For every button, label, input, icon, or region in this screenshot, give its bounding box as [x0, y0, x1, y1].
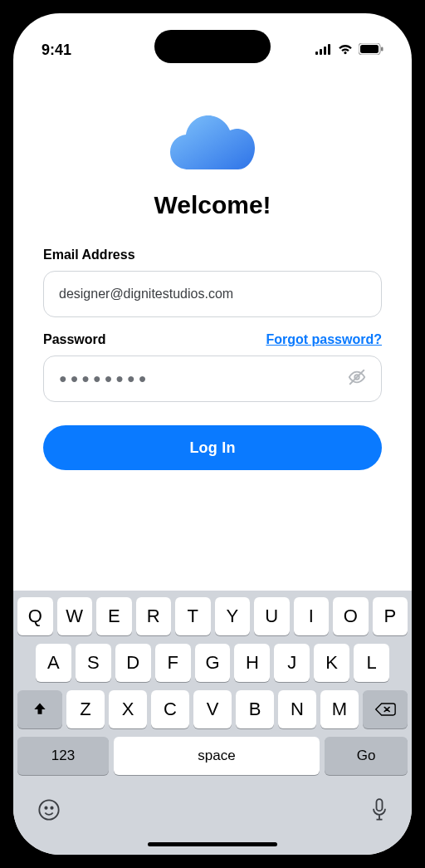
key-p[interactable]: P [373, 597, 408, 635]
key-b[interactable]: B [236, 690, 274, 728]
login-content: Welcome! Email Address designer@dignites… [13, 63, 412, 470]
email-label: Email Address [43, 248, 135, 262]
key-k[interactable]: K [314, 644, 349, 682]
svg-rect-0 [315, 51, 318, 55]
key-c[interactable]: C [151, 690, 189, 728]
password-label: Password [43, 332, 106, 347]
wifi-icon [337, 42, 354, 59]
status-time: 9:41 [42, 42, 71, 59]
cloud-icon [167, 111, 258, 173]
svg-rect-1 [320, 49, 322, 55]
email-field[interactable]: designer@dignitestudios.com [43, 271, 382, 317]
key-g[interactable]: G [195, 644, 231, 682]
space-key[interactable]: space [114, 737, 320, 775]
page-title: Welcome! [154, 191, 271, 219]
keyboard-row-3: ZXCVBNM [17, 690, 408, 728]
key-e[interactable]: E [96, 597, 132, 635]
svg-rect-5 [360, 45, 379, 53]
key-i[interactable]: I [294, 597, 330, 635]
key-m[interactable]: M [320, 690, 359, 728]
shift-key[interactable] [17, 690, 62, 728]
key-y[interactable]: Y [215, 597, 251, 635]
key-s[interactable]: S [76, 644, 111, 682]
home-indicator[interactable] [148, 842, 277, 846]
battery-icon [359, 42, 383, 59]
svg-point-11 [51, 807, 52, 809]
key-d[interactable]: D [115, 644, 151, 682]
svg-rect-12 [377, 799, 383, 811]
key-u[interactable]: U [254, 597, 290, 635]
phone-frame: 9:41 [0, 0, 425, 868]
svg-rect-3 [328, 44, 330, 55]
go-key[interactable]: Go [325, 737, 408, 775]
key-t[interactable]: T [175, 597, 211, 635]
key-r[interactable]: R [136, 597, 172, 635]
screen: 9:41 [13, 13, 412, 855]
keyboard: QWERTYUIOP ASDFGHJKL ZXCVBNM 123 space G… [13, 591, 412, 855]
email-block: Email Address designer@dignitestudios.co… [43, 248, 382, 317]
svg-rect-6 [381, 47, 383, 51]
key-f[interactable]: F [155, 644, 191, 682]
key-z[interactable]: Z [66, 690, 105, 728]
keyboard-row-bottom: 123 space Go [17, 737, 408, 775]
key-o[interactable]: O [333, 597, 369, 635]
key-a[interactable]: A [36, 644, 71, 682]
cellular-icon [315, 42, 332, 59]
key-w[interactable]: W [57, 597, 93, 635]
keyboard-row-2: ASDFGHJKL [17, 644, 408, 682]
emoji-icon[interactable] [37, 798, 61, 825]
password-field[interactable]: ●●●●●●●● [43, 356, 382, 402]
dynamic-island [154, 30, 271, 63]
keyboard-footer [17, 783, 408, 825]
mic-icon[interactable] [371, 798, 388, 825]
status-right [315, 42, 383, 59]
key-x[interactable]: X [109, 690, 147, 728]
email-value: designer@dignitestudios.com [59, 287, 233, 302]
password-block: Password Forgot password? ●●●●●●●● [43, 332, 382, 402]
svg-point-10 [45, 807, 46, 809]
backspace-key[interactable] [363, 690, 408, 728]
login-button[interactable]: Log In [43, 425, 382, 470]
forgot-password-link[interactable]: Forgot password? [266, 332, 382, 347]
keyboard-row-1: QWERTYUIOP [17, 597, 408, 635]
key-v[interactable]: V [193, 690, 232, 728]
key-j[interactable]: J [274, 644, 310, 682]
switch-numeric-key[interactable]: 123 [17, 737, 109, 775]
password-mask: ●●●●●●●● [59, 371, 149, 386]
svg-point-9 [39, 800, 58, 819]
key-l[interactable]: L [354, 644, 389, 682]
key-n[interactable]: N [278, 690, 316, 728]
svg-rect-2 [324, 47, 326, 55]
eye-off-icon[interactable] [348, 368, 366, 390]
key-q[interactable]: Q [17, 597, 53, 635]
key-h[interactable]: H [234, 644, 270, 682]
